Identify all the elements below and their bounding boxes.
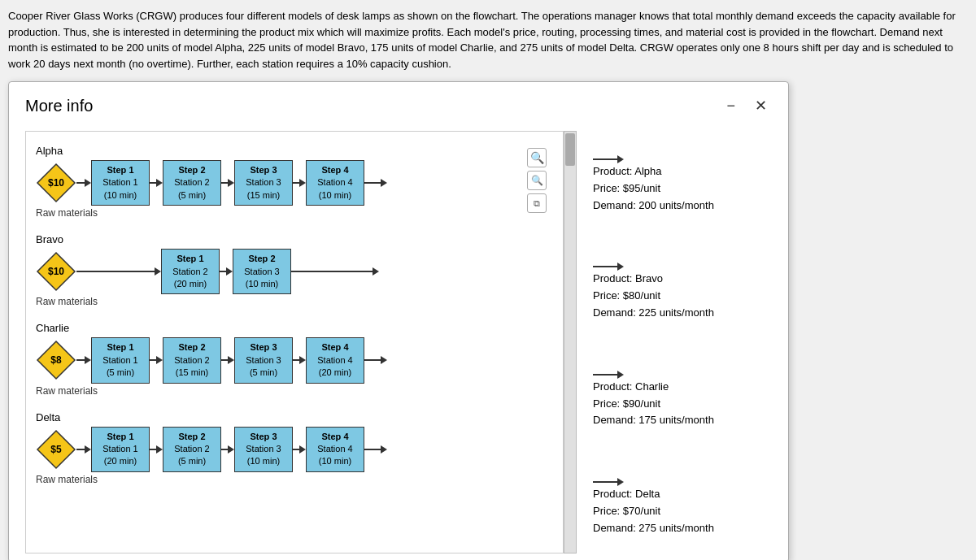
station-delta-1: Step 1 Station 1 (20 min) <box>91 427 150 472</box>
product-info-charlie: Product: Charlie Price: $90/unit Demand:… <box>593 371 772 429</box>
flow-line-alpha: $10 Step 1 Station 1 (10 min) <box>36 160 553 206</box>
arrow-delta-1 <box>150 445 163 454</box>
arrow-charlie-2 <box>221 356 234 364</box>
minimize-button[interactable]: − <box>721 96 740 116</box>
flow-line-bravo: $10 Step 1 Station 2 (20 min) <box>36 249 553 294</box>
arrow-bravo-0 <box>76 267 161 276</box>
cost-diamond-delta: $5 <box>36 429 76 470</box>
intro-paragraph: Cooper River Glass Works (CRGW) produces… <box>8 8 968 72</box>
product-delta-name: Product: Delta <box>593 486 772 503</box>
cost-diamond-alpha: $10 <box>36 163 76 203</box>
station-charlie-1: Step 1 Station 1 (5 min) <box>91 337 150 383</box>
arrow-charlie-1 <box>150 356 163 364</box>
raw-label-delta: Raw materials <box>36 474 553 485</box>
arrow-charlie-out <box>364 356 387 364</box>
arrow-charlie-3 <box>293 356 306 364</box>
product-charlie-name: Product: Charlie <box>593 379 772 396</box>
raw-label-bravo: Raw materials <box>36 296 553 307</box>
arrow-delta-0 <box>76 445 91 454</box>
station-alpha-4: Step 4 Station 4 (10 min) <box>306 160 364 206</box>
close-button[interactable]: ✕ <box>750 95 772 116</box>
product-alpha-demand: Demand: 200 units/month <box>593 198 772 215</box>
cost-label-bravo: $10 <box>48 266 64 277</box>
arrow-bravo-1 <box>220 267 233 276</box>
arrow-delta-2 <box>221 445 234 454</box>
product-label-delta: Delta <box>36 411 553 423</box>
product-charlie-price: Price: $90/unit <box>593 396 772 413</box>
arrow-alpha-3 <box>293 179 306 187</box>
station-bravo-2: Step 2 Station 3 (10 min) <box>233 249 291 294</box>
cost-label-alpha: $10 <box>48 177 64 189</box>
cost-diamond-bravo: $10 <box>36 251 76 292</box>
modal-header: More info − ✕ <box>9 82 788 123</box>
station-charlie-2: Step 2 Station 2 (15 min) <box>163 337 221 383</box>
product-bravo-name: Product: Bravo <box>593 271 772 288</box>
cost-label-charlie: $8 <box>50 354 61 366</box>
modal-body: 🔍 🔍 ⧉ Alpha $10 <box>9 123 788 560</box>
flow-line-charlie: $8 Step 1 Station 1 (5 min) <box>36 337 553 383</box>
product-info-area: Product: Alpha Price: $95/unit Demand: 2… <box>577 131 772 553</box>
modal-controls: − ✕ <box>721 95 772 116</box>
station-delta-4: Step 4 Station 4 (10 min) <box>306 427 364 472</box>
station-alpha-2: Step 2 Station 2 (5 min) <box>163 160 221 206</box>
arrow-alpha-out <box>364 179 387 187</box>
arrow-delta-out <box>364 445 387 454</box>
flow-row-delta: Delta $5 Step 1 Statio <box>36 411 553 485</box>
arrow-alpha-2 <box>221 179 234 187</box>
modal-window: More info − ✕ 🔍 🔍 ⧉ Alpha <box>8 81 789 560</box>
station-charlie-3: Step 3 Station 3 (5 min) <box>234 337 293 383</box>
station-delta-3: Step 3 Station 3 (10 min) <box>234 427 293 472</box>
station-bravo-1: Step 1 Station 2 (20 min) <box>161 249 220 294</box>
product-alpha-price: Price: $95/unit <box>593 180 772 198</box>
arrow-delta-3 <box>293 445 306 454</box>
station-alpha-3: Step 3 Station 3 (15 min) <box>234 160 293 206</box>
product-charlie-demand: Demand: 175 units/month <box>593 412 772 429</box>
raw-label-alpha: Raw materials <box>36 207 553 219</box>
arrow-bravo-out <box>291 267 379 276</box>
station-delta-2: Step 2 Station 2 (5 min) <box>163 427 221 472</box>
station-alpha-1: Step 1 Station 1 (10 min) <box>91 160 150 206</box>
product-bravo-demand: Demand: 225 units/month <box>593 305 772 322</box>
flow-row-bravo: Bravo $10 St <box>36 233 553 307</box>
product-delta-demand: Demand: 275 units/month <box>593 520 772 537</box>
product-delta-price: Price: $70/unit <box>593 503 772 520</box>
product-label-charlie: Charlie <box>36 322 553 334</box>
product-info-bravo: Product: Bravo Price: $80/unit Demand: 2… <box>593 263 772 321</box>
arrow-alpha-1 <box>150 179 163 187</box>
arrow-alpha-0 <box>76 179 91 187</box>
product-alpha-name: Product: Alpha <box>593 163 772 180</box>
product-bravo-price: Price: $80/unit <box>593 288 772 305</box>
cost-label-delta: $5 <box>50 444 61 455</box>
cost-diamond-charlie: $8 <box>36 340 76 380</box>
flowchart-area: 🔍 🔍 ⧉ Alpha $10 <box>25 131 564 553</box>
product-label-bravo: Bravo <box>36 233 553 245</box>
scrollbar[interactable] <box>564 131 577 553</box>
scrollbar-thumb[interactable] <box>565 133 575 166</box>
flow-row-alpha: Alpha $10 St <box>36 145 553 219</box>
modal-title: More info <box>25 97 93 115</box>
raw-label-charlie: Raw materials <box>36 385 553 397</box>
product-info-delta: Product: Delta Price: $70/unit Demand: 2… <box>593 478 772 536</box>
product-info-alpha: Product: Alpha Price: $95/unit Demand: 2… <box>593 155 772 214</box>
station-charlie-4: Step 4 Station 4 (20 min) <box>306 337 364 383</box>
flow-line-delta: $5 Step 1 Station 1 (20 min) <box>36 427 553 472</box>
product-label-alpha: Alpha <box>36 145 553 157</box>
flow-row-charlie: Charlie $8 Step 1 Stat <box>36 322 553 396</box>
arrow-charlie-0 <box>76 356 91 364</box>
